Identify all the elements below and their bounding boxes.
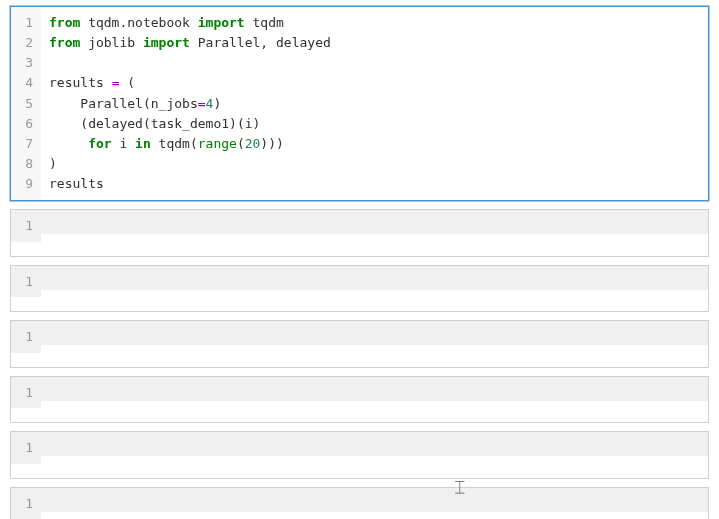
output-lower — [11, 353, 708, 367]
output-cell[interactable]: 1 — [10, 209, 709, 257]
output-content — [41, 266, 708, 290]
output-lower — [11, 297, 708, 311]
arg-name: n_jobs — [151, 96, 198, 111]
line-number: 3 — [17, 53, 33, 73]
output-content — [41, 488, 708, 512]
var-name: results — [49, 176, 104, 191]
output-content — [41, 321, 708, 345]
output-cell[interactable]: 1 — [10, 431, 709, 479]
arg-name: task_demo1 — [151, 116, 229, 131]
output-area: 1 — [11, 321, 708, 367]
output-line-number: 1 — [11, 488, 41, 519]
line-number: 8 — [17, 154, 33, 174]
paren-open: ( — [237, 136, 245, 151]
var-name: results — [49, 75, 104, 90]
output-line-number: 1 — [11, 266, 41, 298]
module-name: tqdm — [88, 15, 119, 30]
line-number: 1 — [17, 13, 33, 33]
text-cursor-icon: ⌶ — [455, 478, 465, 496]
paren-close: ))) — [260, 136, 283, 151]
operator-equals: = — [112, 75, 120, 90]
output-area: 1 — [11, 432, 708, 478]
paren-open: ( — [190, 136, 198, 151]
output-cell[interactable]: 1 — [10, 376, 709, 424]
output-cell[interactable]: 1 — [10, 265, 709, 313]
paren-close: ) — [253, 116, 261, 131]
output-area: 1 — [11, 210, 708, 256]
paren-close: ) — [49, 156, 57, 171]
line-number: 4 — [17, 73, 33, 93]
line-number: 6 — [17, 114, 33, 134]
module-name: joblib — [88, 35, 135, 50]
line-number: 5 — [17, 94, 33, 114]
output-line-number: 1 — [11, 377, 41, 409]
attr-name: notebook — [127, 15, 190, 30]
paren-open: ( — [80, 116, 88, 131]
keyword-import: import — [143, 35, 190, 50]
import-name: delayed — [276, 35, 331, 50]
paren-close: ) — [213, 96, 221, 111]
builtin-range: range — [198, 136, 237, 151]
number-literal: 20 — [245, 136, 261, 151]
line-number: 7 — [17, 134, 33, 154]
output-line-number: 1 — [11, 210, 41, 242]
code-area: 1 2 3 4 5 6 7 8 9 from tqdm.notebook imp… — [11, 7, 708, 200]
output-cell[interactable]: 1 — [10, 320, 709, 368]
paren-open: ( — [143, 96, 151, 111]
code-cell-main[interactable]: 1 2 3 4 5 6 7 8 9 from tqdm.notebook imp… — [10, 6, 709, 201]
keyword-from: from — [49, 35, 80, 50]
output-lower — [11, 408, 708, 422]
keyword-in: in — [135, 136, 151, 151]
call-name: Parallel — [80, 96, 143, 111]
call-name: delayed — [88, 116, 143, 131]
output-line-number: 1 — [11, 321, 41, 353]
code-editor[interactable]: from tqdm.notebook import tqdm from jobl… — [41, 7, 708, 200]
output-area: 1 — [11, 266, 708, 312]
operator-equals: = — [198, 96, 206, 111]
paren-open: ( — [127, 75, 135, 90]
output-lower — [11, 464, 708, 478]
output-line-number: 1 — [11, 432, 41, 464]
paren-close: ) — [229, 116, 237, 131]
paren-open: ( — [143, 116, 151, 131]
keyword-import: import — [198, 15, 245, 30]
output-content — [41, 377, 708, 401]
output-content — [41, 432, 708, 456]
var-name: i — [119, 136, 127, 151]
line-number: 2 — [17, 33, 33, 53]
call-name: tqdm — [159, 136, 190, 151]
keyword-for: for — [88, 136, 111, 151]
line-number: 9 — [17, 174, 33, 194]
output-cell[interactable]: 1 — [10, 487, 709, 519]
import-name: tqdm — [253, 15, 284, 30]
line-gutter: 1 2 3 4 5 6 7 8 9 — [11, 7, 41, 200]
var-name: i — [245, 116, 253, 131]
output-content — [41, 210, 708, 234]
import-name: Parallel — [198, 35, 261, 50]
keyword-from: from — [49, 15, 80, 30]
comma: , — [260, 35, 276, 50]
output-area: 1 — [11, 488, 708, 519]
output-area: 1 — [11, 377, 708, 423]
paren-open: ( — [237, 116, 245, 131]
output-lower — [11, 242, 708, 256]
